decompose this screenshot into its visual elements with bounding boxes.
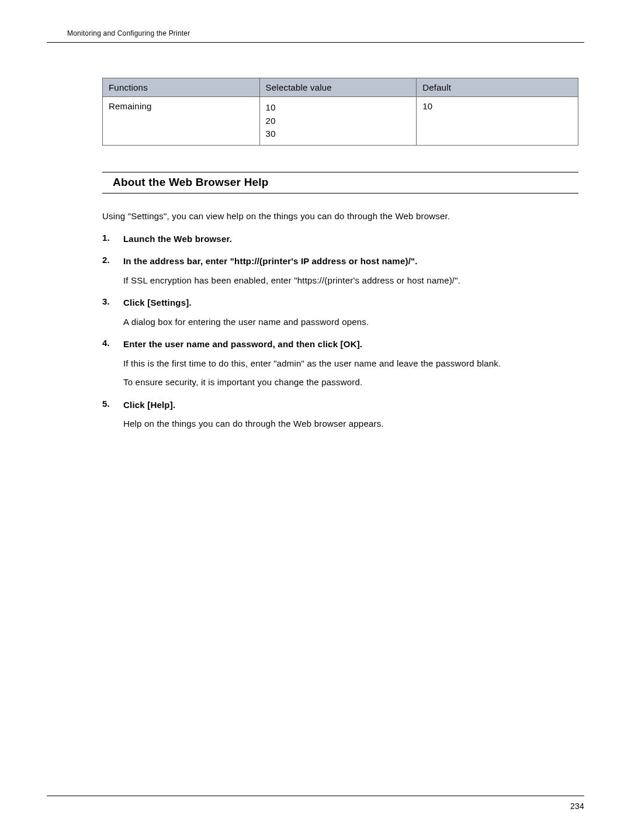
cell-function: Remaining <box>103 97 260 146</box>
value-option: 30 <box>266 127 411 141</box>
settings-table: Functions Selectable value Default Remai… <box>102 78 578 146</box>
section-heading: About the Web Browser Help <box>102 172 578 193</box>
step-item: Launch the Web browser. <box>102 233 578 246</box>
cell-selectable-values: 10 20 30 <box>259 97 417 146</box>
table-header-row: Functions Selectable value Default <box>103 78 578 97</box>
steps-list: Launch the Web browser. In the address b… <box>102 233 578 431</box>
step-title: Click [Settings]. <box>123 296 578 310</box>
step-title: Launch the Web browser. <box>123 233 578 246</box>
step-item: Enter the user name and password, and th… <box>102 338 578 389</box>
step-body: A dialog box for entering the user name … <box>123 316 578 329</box>
value-option: 10 <box>266 101 411 115</box>
step-body: If SSL encryption has been enabled, ente… <box>123 274 578 288</box>
th-selectable-value: Selectable value <box>259 78 417 97</box>
page-header: Monitoring and Configuring the Printer <box>47 29 584 43</box>
page-footer: 234 <box>47 796 584 811</box>
step-body: If this is the first time to do this, en… <box>123 357 578 371</box>
value-option: 20 <box>266 115 411 128</box>
step-title: Enter the user name and password, and th… <box>123 338 578 351</box>
th-functions: Functions <box>103 78 260 97</box>
step-title: In the address bar, enter "http://(print… <box>123 255 578 268</box>
th-default: Default <box>417 78 578 97</box>
step-body: To ensure security, it is important you … <box>123 376 578 389</box>
step-body: Help on the things you can do through th… <box>123 417 578 431</box>
step-title: Click [Help]. <box>123 399 578 412</box>
table-row: Remaining 10 20 30 10 <box>103 97 578 146</box>
document-page: Monitoring and Configuring the Printer F… <box>0 0 631 840</box>
section-intro: Using "Settings", you can view help on t… <box>102 211 578 221</box>
step-item: Click [Help]. Help on the things you can… <box>102 399 578 431</box>
chapter-title: Monitoring and Configuring the Printer <box>47 29 584 37</box>
step-item: Click [Settings]. A dialog box for enter… <box>102 296 578 329</box>
step-item: In the address bar, enter "http://(print… <box>102 255 578 287</box>
cell-default: 10 <box>417 97 578 146</box>
page-content: Functions Selectable value Default Remai… <box>47 78 584 431</box>
page-number: 234 <box>570 801 584 811</box>
